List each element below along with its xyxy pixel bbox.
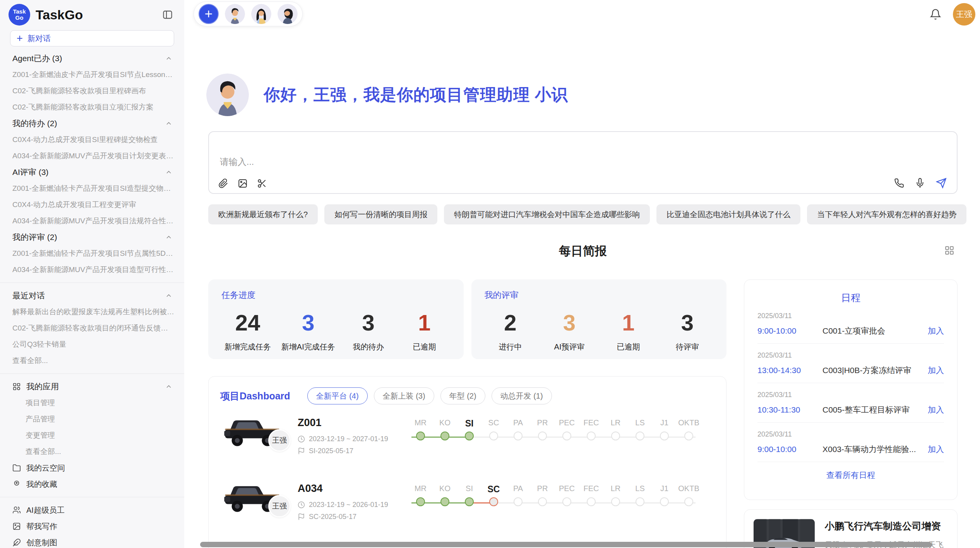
sidebar-item[interactable]: Z001-全新燃油皮卡产品开发项目SI节点Lesson Learn报告 <box>0 67 184 83</box>
top-right-controls: 王强 <box>930 3 975 26</box>
tab-new-body[interactable]: 全新上装 (3) <box>374 387 434 404</box>
section-header-recent-chats[interactable]: 最近对话 <box>0 288 184 304</box>
tab-model-year[interactable]: 年型 (2) <box>440 387 485 404</box>
schedule-name: X003-车辆动力学性能验... <box>822 444 928 455</box>
milestone-label: LR <box>603 418 628 432</box>
app-item-project-mgmt[interactable]: 项目管理 <box>0 395 184 411</box>
stat-my-todo: 3 我的待办 <box>346 310 391 352</box>
join-meeting-link[interactable]: 加入 <box>928 444 944 455</box>
sidebar-link-label: AI超级员工 <box>26 505 65 515</box>
tab-new-platform[interactable]: 全新平台 (4) <box>307 387 368 404</box>
suggestion-chip[interactable]: 如何写一份清晰的项目周报 <box>324 204 437 224</box>
milestone-dot <box>489 432 498 440</box>
sidebar-item[interactable]: C0X4-动力总成开发项目工程变更评审 <box>0 197 184 213</box>
stat-card-title: 任务进度 <box>221 289 451 301</box>
sidebar-item[interactable]: A034-全新新能源MUV产品开发项目造型可行性评审 <box>0 262 184 278</box>
user-avatar[interactable]: 王强 <box>953 3 975 26</box>
attachment-icon[interactable] <box>218 178 228 188</box>
milestone-label-current: SC <box>481 484 506 497</box>
sidebar-item[interactable]: C0X4-动力总成开发项目SI里程碑提交物检查 <box>0 132 184 148</box>
layout-grid-icon[interactable] <box>944 245 954 255</box>
milestone-label: LR <box>603 484 628 497</box>
recent-chat-item[interactable]: 解释最新出台的欧盟报废车法规再生塑料比例被调至15%... <box>0 304 184 320</box>
sidebar-item-help-me-write[interactable]: 帮我写作 <box>0 518 184 534</box>
microphone-icon[interactable] <box>915 178 925 188</box>
phone-call-icon[interactable] <box>894 178 904 188</box>
milestone-dot-done <box>465 497 474 506</box>
screenshot-scissors-icon[interactable] <box>257 178 267 188</box>
recent-chat-item[interactable]: C02-飞腾新能源轻客改款项目的闭环通告反馈情况 <box>0 320 184 336</box>
agent-avatar-1[interactable] <box>225 4 245 24</box>
suggestion-chip[interactable]: 特朗普可能对进口汽车增税会对中国车企造成哪些影响 <box>444 204 650 224</box>
schedule-title: 日程 <box>757 291 944 304</box>
sidebar-item[interactable]: C02-飞腾新能源轻客改款项目里程碑画布 <box>0 83 184 99</box>
schedule-item: 2025/03/11 10:30-11:30 C005-整车工程目标评审 加入 <box>757 383 944 423</box>
sidebar-item-cloud-space[interactable]: 我的云空间 <box>0 460 184 476</box>
app-item-change-mgmt[interactable]: 变更管理 <box>0 427 184 444</box>
suggestion-chip[interactable]: 比亚迪全固态电池计划具体说了什么 <box>656 204 800 224</box>
milestone-dot <box>587 497 596 506</box>
suggestion-chip[interactable]: 欧洲新规最近颁布了什么? <box>208 204 318 224</box>
join-meeting-link[interactable]: 加入 <box>928 325 944 336</box>
stat-ai-pre-review: 3 AI预评审 <box>547 310 592 352</box>
section-header-my-todo[interactable]: 我的待办 (2) <box>0 115 184 132</box>
stat-label: 已逾期 <box>401 342 447 352</box>
my-review-card: 我的评审 2 进行中 3 AI预评审 1 已逾期 3 <box>471 279 727 359</box>
view-all-chats-link[interactable]: 查看全部... <box>0 353 184 369</box>
view-all-schedule-link[interactable]: 查看所有日程 <box>757 470 944 481</box>
join-meeting-link[interactable]: 加入 <box>928 404 944 415</box>
stat-value: 1 <box>606 310 651 336</box>
sidebar-item-ai-super-staff[interactable]: AI超级员工 <box>0 502 184 518</box>
sidebar-item[interactable]: Z001-全新燃油轻卡产品开发项目SI节点属性5D文件评审 <box>0 245 184 262</box>
agent-avatar-3[interactable] <box>278 4 298 24</box>
schedule-name: C005-整车工程目标评审 <box>822 404 928 415</box>
notification-bell-icon[interactable] <box>930 9 941 20</box>
horizontal-scrollbar[interactable] <box>200 542 932 547</box>
new-chat-button[interactable]: 新对话 <box>10 30 174 46</box>
sidebar-item[interactable]: C02-飞腾新能源轻客改款项目立项汇报方案 <box>0 99 184 115</box>
sidebar-item[interactable]: A034-全新新能源MUV产品开发项目法规符合性评审 <box>0 213 184 229</box>
project-dashboard-card: 项目Dashboard 全新平台 (4) 全新上装 (3) 年型 (2) 动总开… <box>208 376 726 548</box>
sidebar-item[interactable]: Z001-全新燃油轻卡产品开发项目SI造型提交物评审 <box>0 180 184 197</box>
stat-label: 我的待办 <box>346 342 391 352</box>
milestone-dot <box>611 497 620 506</box>
project-dates: 2023-12-19 ~ 2027-01-19 <box>309 435 388 443</box>
add-agent-button[interactable] <box>199 4 219 24</box>
app-item-product-mgmt[interactable]: 产品管理 <box>0 411 184 427</box>
section-header-my-review[interactable]: 我的评审 (2) <box>0 229 184 245</box>
view-all-apps-link[interactable]: 查看全部... <box>0 444 184 460</box>
section-label: Agent已办 (3) <box>12 53 62 64</box>
clock-icon <box>298 435 305 443</box>
milestone-dot <box>562 497 571 506</box>
greeting-block: 你好，王强，我是你的项目管理助理 小识 <box>206 74 568 116</box>
milestone-dot-done <box>440 497 449 506</box>
sidebar-item-creative-drawing[interactable]: 创意制图 <box>0 534 184 548</box>
recent-chat-item[interactable]: 公司Q3轻卡销量 <box>0 336 184 353</box>
project-row-a034[interactable]: 王强 A034 2023-12-19 ~ 2026-01-19 SC-2025-… <box>220 478 714 536</box>
schedule-time: 9:00-10:00 <box>757 445 822 454</box>
project-row-z001[interactable]: 王强 Z001 2023-12-19 ~ 2027-01-19 SI-2025-… <box>220 412 714 470</box>
section-label: AI评审 (3) <box>12 167 48 178</box>
section-header-my-apps[interactable]: 我的应用 <box>0 378 184 395</box>
suggestion-chips: 欧洲新规最近颁布了什么? 如何写一份清晰的项目周报 特朗普可能对进口汽车增税会对… <box>208 204 961 224</box>
join-meeting-link[interactable]: 加入 <box>928 365 944 376</box>
send-icon[interactable] <box>936 178 947 188</box>
milestone-label: PA <box>506 418 530 432</box>
chat-input-card[interactable]: 请输入... <box>208 131 958 194</box>
plus-icon <box>204 9 214 19</box>
sidebar-item[interactable]: A034-全新新能源MUV产品开发项目计划变更表编写 <box>0 148 184 164</box>
daily-briefing-header: 每日简报 <box>208 243 958 261</box>
milestone-dot-done <box>416 432 425 440</box>
milestone-timeline: MR KO SI SC PA PR PEC FEC LR LS J1 OKTB <box>408 478 714 536</box>
sidebar-item-favorites[interactable]: 我的收藏 <box>0 476 184 492</box>
section-header-ai-review[interactable]: AI评审 (3) <box>0 164 184 180</box>
milestone-dot <box>684 432 693 440</box>
suggestion-chip[interactable]: 当下年轻人对汽车外观有怎样的喜好趋势 <box>807 204 966 224</box>
milestone-label: MR <box>408 418 433 432</box>
sidebar-collapse-icon[interactable] <box>162 9 173 20</box>
tab-powertrain[interactable]: 动总开发 (1) <box>492 387 552 404</box>
app-title: TaskGo <box>36 7 83 22</box>
section-header-agent-done[interactable]: Agent已办 (3) <box>0 50 184 67</box>
image-upload-icon[interactable] <box>238 178 248 188</box>
agent-avatar-2[interactable] <box>251 4 271 24</box>
